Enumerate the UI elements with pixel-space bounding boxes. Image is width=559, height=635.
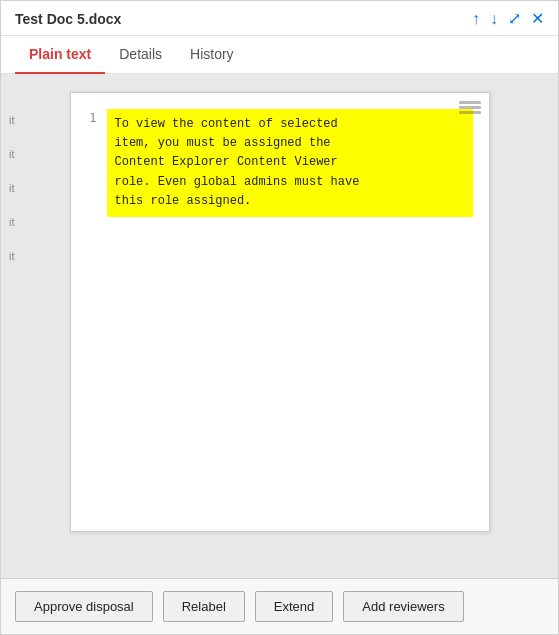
tab-bar: Plain text Details History xyxy=(1,36,558,74)
relabel-button[interactable]: Relabel xyxy=(163,591,245,622)
arrow-down-icon[interactable]: ↓ xyxy=(490,11,498,27)
approve-disposal-button[interactable]: Approve disposal xyxy=(15,591,153,622)
arrow-up-icon[interactable]: ↑ xyxy=(472,11,480,27)
left-indicators: it it it it it xyxy=(9,114,15,262)
footer-actions: Approve disposal Relabel Extend Add revi… xyxy=(1,578,558,634)
document-text: To view the content of selected item, yo… xyxy=(107,109,473,515)
document-title: Test Doc 5.docx xyxy=(15,11,121,27)
doc-corner-decoration xyxy=(459,101,481,119)
extend-button[interactable]: Extend xyxy=(255,591,333,622)
expand-icon[interactable]: ⤢ xyxy=(508,11,521,27)
panel-header: Test Doc 5.docx ↑ ↓ ⤢ ✕ xyxy=(1,1,558,36)
add-reviewers-button[interactable]: Add reviewers xyxy=(343,591,463,622)
line-numbers: 1 xyxy=(79,109,107,515)
tab-history[interactable]: History xyxy=(176,36,248,74)
tab-plain-text[interactable]: Plain text xyxy=(15,36,105,74)
highlighted-text: To view the content of selected item, yo… xyxy=(107,109,473,217)
main-panel: Test Doc 5.docx ↑ ↓ ⤢ ✕ Plain text Detai… xyxy=(0,0,559,635)
line-number-1: 1 xyxy=(89,111,96,125)
close-icon[interactable]: ✕ xyxy=(531,11,544,27)
header-actions: ↑ ↓ ⤢ ✕ xyxy=(472,11,544,27)
content-area: it it it it it 1 To view the content of … xyxy=(1,74,558,578)
document-page: 1 To view the content of selected item, … xyxy=(70,92,490,532)
tab-details[interactable]: Details xyxy=(105,36,176,74)
